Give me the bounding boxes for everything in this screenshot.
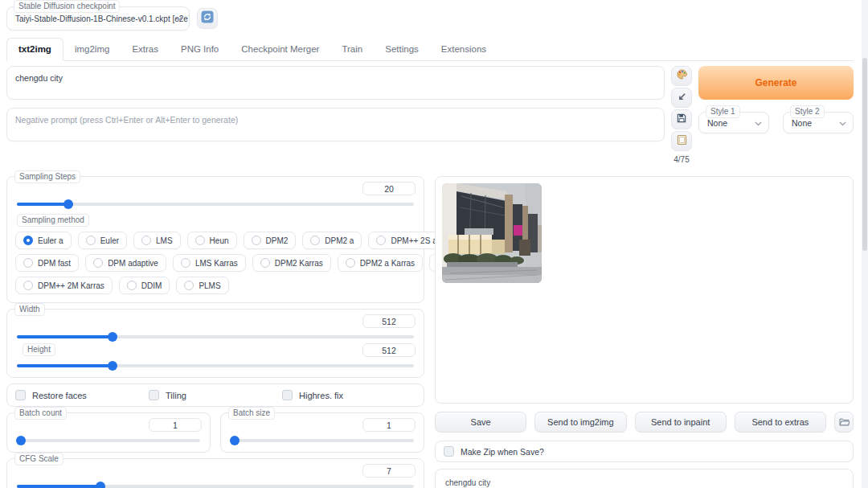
radio-icon	[346, 258, 355, 268]
save-button[interactable]: Save	[435, 412, 526, 433]
radio-icon	[127, 281, 137, 290]
slider-thumb[interactable]	[63, 199, 73, 209]
scrollbar-thumb[interactable]	[862, 58, 867, 251]
height-slider[interactable]	[17, 364, 414, 367]
sampler-label: Heun	[210, 236, 229, 245]
send-to-extras-button[interactable]: Send to extras	[735, 412, 826, 433]
sampling-steps-slider[interactable]	[17, 203, 414, 206]
tab-txt2img[interactable]: txt2img	[6, 38, 63, 61]
tab-extensions[interactable]: Extensions	[430, 39, 497, 60]
send-to-inpaint-button[interactable]: Send to inpaint	[635, 412, 727, 433]
radio-icon	[252, 236, 261, 245]
make-zip-checkbox[interactable]: Make Zip when Save?	[444, 446, 544, 457]
sampler-dpmpp-2s-a[interactable]: DPM++ 2S a	[368, 232, 444, 249]
read-params-button[interactable]	[671, 88, 692, 108]
sampler-row-1: Euler a Euler LMS Heun DPM2 DPM2 a DPM++…	[15, 232, 416, 249]
sampler-dpm2[interactable]: DPM2	[244, 232, 297, 249]
highres-fix-checkbox[interactable]: Highres. fix	[282, 390, 416, 400]
sampler-lms-karras[interactable]: LMS Karras	[173, 254, 246, 272]
prompt-input[interactable]: chengdu city	[6, 66, 665, 100]
restore-faces-checkbox[interactable]: Restore faces	[15, 390, 149, 400]
sampler-label: Euler	[100, 236, 119, 245]
cfg-label: CFG Scale	[14, 453, 63, 465]
sampler-label: DPM adaptive	[108, 259, 158, 268]
palette-icon	[676, 68, 688, 84]
radio-icon	[23, 258, 33, 268]
batch-size-slider[interactable]	[231, 439, 414, 442]
sampler-dpm2-a-karras[interactable]: DPM2 a Karras	[338, 254, 423, 272]
sampler-euler-a[interactable]: Euler a	[15, 232, 72, 249]
cfg-input[interactable]	[362, 464, 416, 478]
sampler-label: LMS	[156, 236, 173, 245]
slider-thumb[interactable]	[108, 332, 117, 342]
style2-field: Style 2 None	[783, 112, 854, 133]
checkpoint-label: Stable Diffusion checkpoint	[14, 0, 120, 13]
chevron-down-icon	[839, 118, 846, 128]
save-style-button[interactable]	[671, 109, 692, 129]
result-image[interactable]	[442, 183, 542, 283]
open-folder-button[interactable]	[834, 412, 854, 433]
sampler-dpm2-karras[interactable]: DPM2 Karras	[252, 254, 331, 272]
width-slider[interactable]	[17, 335, 414, 338]
settings-column: Sampling Steps Sampling method Euler a E…	[6, 176, 424, 488]
tab-checkpoint-merger[interactable]: Checkpoint Merger	[230, 39, 330, 60]
slider-thumb[interactable]	[96, 482, 105, 488]
checkpoint-field: Stable Diffusion checkpoint Taiyi-Stable…	[6, 6, 190, 31]
cfg-slider[interactable]	[17, 485, 414, 488]
scrollbar[interactable]	[862, 0, 868, 488]
radio-icon	[195, 236, 205, 245]
radio-icon	[310, 236, 320, 245]
send-to-img2img-button[interactable]: Send to img2img	[534, 412, 626, 433]
output-buttons: Save Send to img2img Send to inpaint Sen…	[435, 412, 854, 433]
sampler-dpmpp-2m-karras[interactable]: DPM++ 2M Karras	[15, 277, 113, 294]
generate-button[interactable]: Generate	[698, 66, 854, 100]
radio-icon	[376, 236, 386, 245]
highres-fix-label: Highres. fix	[299, 391, 343, 400]
tab-extras[interactable]: Extras	[121, 39, 170, 60]
slider-thumb[interactable]	[230, 436, 240, 445]
sampler-label: Euler a	[38, 236, 63, 245]
slider-thumb[interactable]	[16, 436, 26, 445]
sampler-ddim[interactable]: DDIM	[119, 277, 170, 294]
prompt-column: chengdu city	[6, 66, 665, 164]
tab-train[interactable]: Train	[330, 39, 374, 60]
chevron-down-icon	[175, 14, 182, 23]
sampler-euler[interactable]: Euler	[78, 232, 127, 249]
slider-thumb[interactable]	[108, 361, 117, 371]
sampler-plms[interactable]: PLMS	[176, 277, 228, 294]
refresh-icon	[201, 10, 214, 27]
width-label: Width	[14, 303, 45, 316]
checkpoint-value: Taiyi-Stable-Diffusion-1B-Chinese-v0.1.c…	[15, 14, 190, 23]
tab-img2img[interactable]: img2img	[63, 39, 121, 60]
negative-prompt-input[interactable]	[6, 108, 665, 141]
batch-size-input[interactable]	[362, 418, 416, 432]
style2-value: None	[792, 118, 812, 128]
batch-count-slider[interactable]	[17, 439, 200, 442]
checkbox-icon	[444, 446, 454, 457]
batch-count-input[interactable]	[149, 418, 202, 432]
sampler-dpm-fast[interactable]: DPM fast	[15, 254, 79, 272]
main-content: Sampling Steps Sampling method Euler a E…	[6, 176, 854, 488]
tab-settings[interactable]: Settings	[374, 39, 430, 60]
sampler-label: DPM fast	[38, 259, 71, 268]
height-input[interactable]	[362, 343, 416, 357]
prompt-section: chengdu city	[6, 66, 854, 164]
sampler-label: DPM2	[266, 236, 289, 245]
width-input[interactable]	[362, 314, 416, 328]
tab-png-info[interactable]: PNG Info	[170, 39, 230, 60]
radio-checked-icon	[23, 236, 33, 245]
sampler-dpm2-a[interactable]: DPM2 a	[302, 232, 362, 249]
tiling-checkbox[interactable]: Tiling	[149, 390, 282, 400]
apply-style-button[interactable]	[671, 131, 692, 151]
checkbox-icon	[15, 390, 26, 400]
sampling-method-label: Sampling method	[17, 214, 89, 227]
folder-icon	[839, 415, 850, 429]
roll-artist-button[interactable]	[671, 66, 692, 86]
sampling-steps-input[interactable]	[362, 182, 416, 195]
refresh-checkpoint-button[interactable]	[197, 8, 218, 29]
sampler-heun[interactable]: Heun	[187, 232, 237, 249]
height-label: Height	[23, 343, 55, 356]
sampler-dpm-adaptive[interactable]: DPM adaptive	[85, 254, 166, 272]
sampler-lms[interactable]: LMS	[133, 232, 181, 249]
sampler-label: DPM2 Karras	[275, 259, 323, 268]
